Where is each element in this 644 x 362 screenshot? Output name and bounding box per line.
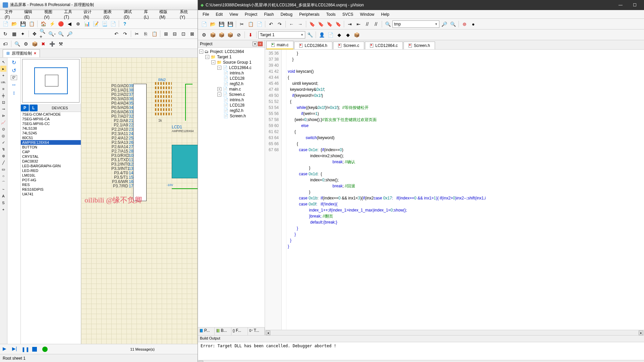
block-delete-icon[interactable]: ⊠: [188, 30, 196, 38]
list-item[interactable]: DAC0832: [21, 159, 81, 164]
component-icon[interactable]: ▸: [0, 66, 6, 72]
close-icon[interactable]: ×: [34, 51, 36, 56]
translate-icon[interactable]: ⚙: [200, 31, 208, 39]
make-device-icon[interactable]: ➕: [48, 40, 56, 48]
property-icon[interactable]: ⚙: [22, 40, 30, 48]
list-item[interactable]: BUTTON: [21, 145, 81, 149]
notes-icon[interactable]: 📃: [100, 20, 108, 28]
selection-icon[interactable]: ↖: [0, 59, 6, 65]
menu-view[interactable]: View: [226, 11, 241, 18]
pack-installer-icon[interactable]: 📦: [353, 31, 361, 39]
save-file-icon[interactable]: 💾: [217, 20, 225, 28]
stop-button[interactable]: [32, 347, 37, 352]
tree-target[interactable]: −📁Target 1: [199, 54, 263, 60]
tree-file[interactable]: −📄LCD12864.c: [199, 65, 263, 70]
tree-file[interactable]: −📄Screen.c: [199, 92, 263, 97]
manage-rte-icon[interactable]: ◆: [335, 31, 343, 39]
undo-icon[interactable]: ↶: [112, 30, 120, 38]
list-item[interactable]: 7SEG-COM-CATHODE: [21, 112, 81, 117]
wire[interactable]: [186, 84, 193, 84]
save-icon[interactable]: 💾: [19, 20, 27, 28]
grid-icon[interactable]: ▦: [10, 30, 18, 38]
arc-icon[interactable]: ⌒: [0, 180, 6, 186]
tree-file[interactable]: 📄LCD128: [199, 76, 263, 81]
path-icon[interactable]: ~: [0, 186, 6, 192]
scroll-left-icon[interactable]: ◂: [266, 330, 270, 335]
breakpoint-icon[interactable]: ●: [469, 20, 477, 28]
menu-tools[interactable]: 工具(T): [61, 8, 80, 20]
redo-icon[interactable]: ↷: [121, 30, 129, 38]
text-icon[interactable]: A: [0, 193, 6, 199]
list-item[interactable]: CRYSTAL: [21, 154, 81, 159]
books-tab[interactable]: 📗 B...: [215, 327, 231, 335]
templ-tab[interactable]: 0⁺ T...: [248, 327, 265, 335]
schematic-tab[interactable]: ⊞ 原理图绘制 ×: [3, 49, 40, 57]
menu-help[interactable]: Help: [378, 11, 393, 18]
build-output-text[interactable]: Error: Target DLL has been cancelled. De…: [198, 342, 644, 360]
gerber-icon[interactable]: ⊕: [74, 20, 82, 28]
pin-button[interactable]: ▾: [253, 42, 257, 46]
subcircuit-icon[interactable]: ⊡: [0, 99, 6, 105]
copy-icon[interactable]: ⎘: [142, 30, 150, 38]
instrument-icon[interactable]: ⊚: [0, 153, 6, 159]
tree-file[interactable]: 📄Screen.h: [199, 113, 263, 119]
new-file-icon[interactable]: 📄: [200, 20, 208, 28]
undo-icon[interactable]: ↶: [267, 20, 275, 28]
menu-debug[interactable]: Debug: [277, 11, 296, 18]
menu-design[interactable]: 设计(N): [80, 8, 100, 20]
menu-project[interactable]: Project: [241, 11, 261, 18]
line-icon[interactable]: ╱: [0, 160, 6, 166]
code-editor[interactable]: 35 36 37 38 39 40 41 42 43 44 45 46 47 4…: [265, 50, 644, 330]
zoom-in-icon[interactable]: 🔍+: [39, 30, 47, 38]
rotate-ccw-icon[interactable]: ↺: [11, 67, 17, 74]
label-icon[interactable]: LBL: [0, 79, 6, 85]
project-tree[interactable]: −🗂Project: LCD12864 −📁Target 1 −📁Source …: [198, 48, 265, 327]
save-all-icon[interactable]: 💾: [226, 20, 234, 28]
zoom-all-icon[interactable]: 🔍: [57, 30, 65, 38]
menu-peripherals[interactable]: Peripherals: [296, 11, 323, 18]
copy-icon[interactable]: 📋: [247, 20, 255, 28]
block-move-icon[interactable]: ⊟: [171, 30, 179, 38]
zoom-area-icon[interactable]: 🔎: [65, 30, 73, 38]
schematic-icon[interactable]: ⚡: [48, 20, 56, 28]
mirror-h-icon[interactable]: ↔: [11, 81, 17, 88]
uncomment-icon[interactable]: //: [372, 20, 380, 28]
list-item[interactable]: 7SEG-MPX6-CC: [21, 121, 81, 126]
marker-icon[interactable]: +: [0, 206, 6, 213]
probe-i-icon[interactable]: ↯: [0, 146, 6, 152]
bookmark-prev-icon[interactable]: 🔖: [317, 20, 325, 28]
home-icon[interactable]: 🏠: [39, 20, 47, 28]
close-panel-button[interactable]: ×: [258, 42, 263, 46]
menu-tools[interactable]: Tools: [323, 11, 339, 18]
list-item[interactable]: CAP: [21, 149, 81, 154]
message-count[interactable]: 11 Message(s): [130, 347, 155, 351]
list-item[interactable]: 80C51: [21, 135, 81, 140]
rotation-angle[interactable]: 0°: [11, 75, 17, 80]
file-ext-icon[interactable]: 📄: [326, 31, 334, 39]
menu-lib[interactable]: 库(L): [141, 8, 156, 20]
open-icon[interactable]: 📂: [10, 20, 18, 28]
rebuild-icon[interactable]: 📦: [217, 31, 225, 39]
symbol-icon[interactable]: S: [0, 200, 6, 206]
list-item[interactable]: RES16DIPIS: [21, 187, 81, 192]
pcb-icon[interactable]: 🔴: [57, 20, 65, 28]
find-in-files-icon[interactable]: 🔎: [440, 20, 448, 28]
menu-flash[interactable]: Flash: [261, 11, 277, 18]
redo-icon[interactable]: ↷: [276, 20, 284, 28]
menu-debug[interactable]: 调试(D): [120, 8, 141, 20]
block-rotate-icon[interactable]: ⊡: [179, 30, 187, 38]
bookmark-icon[interactable]: 🔖: [308, 20, 316, 28]
download-icon[interactable]: ⬇: [247, 31, 255, 39]
report-icon[interactable]: 📄: [109, 20, 117, 28]
junction-icon[interactable]: +: [0, 72, 6, 78]
menu-system[interactable]: 系统(Y): [176, 8, 196, 20]
bookmark-clear-icon[interactable]: 🔖: [334, 20, 342, 28]
wire[interactable]: [185, 84, 186, 121]
zoom-out-icon[interactable]: 🔍-: [48, 30, 56, 38]
tree-file[interactable]: 📄intrins.h: [199, 70, 263, 76]
comment-icon[interactable]: //: [363, 20, 371, 28]
paste-icon[interactable]: 📋: [150, 30, 158, 38]
pick-device-button[interactable]: P: [21, 105, 29, 111]
wire[interactable]: [172, 188, 198, 189]
package-icon[interactable]: 📦: [31, 40, 39, 48]
